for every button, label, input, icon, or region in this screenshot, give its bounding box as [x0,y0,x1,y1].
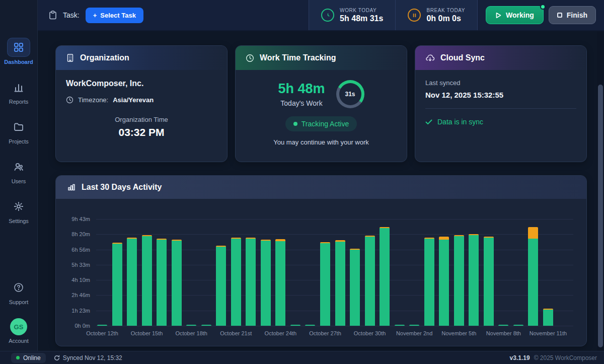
gear-icon [8,197,30,215]
chart-bar[interactable] [380,227,390,326]
bar-work-segment [335,242,345,326]
sidebar-item-dashboard[interactable]: Dashboard [2,38,35,65]
work-today-stat: WORK TODAY 5h 48m 31s [309,0,395,30]
chart-bar[interactable] [320,242,330,326]
tracking-note: You may continue with your work [246,138,397,146]
chart-bars [97,219,553,326]
chart-bar[interactable] [186,325,196,326]
sidebar-label: Projects [9,138,29,144]
y-axis-tick-label: 1h 23m [71,308,90,314]
cloud-sync-card: Cloud Sync Last synced Nov 12, 2025 15:3… [415,45,587,162]
chart-bar[interactable] [513,325,523,326]
tracking-card-body: 5h 48m Today's Work 31s Tracking Active … [236,70,407,155]
chart-bar[interactable] [127,238,137,326]
chart-bar[interactable] [528,227,538,326]
bar-work-segment [469,235,479,326]
chart-bar[interactable] [261,240,271,326]
chart-bar[interactable] [543,309,553,326]
cloud-sync-icon [425,54,435,62]
chart-body: 9h 43m8h 20m6h 56m5h 33m4h 10m2h 46m1h 2… [56,199,586,339]
status-dot [293,122,297,126]
building-icon [66,53,74,62]
sidebar-item-support[interactable]: Support [2,278,35,305]
chart-bar[interactable] [216,246,226,326]
chart-bar[interactable] [157,239,167,326]
bar-work-segment [275,241,285,326]
chart-bar[interactable] [142,235,152,326]
scrollbar-thumb[interactable] [598,85,603,347]
x-axis-tick-label: October 21st [220,330,252,336]
chart-bar[interactable] [305,325,315,326]
chart-bar[interactable] [246,238,256,326]
sidebar-item-users[interactable]: Users [2,158,35,184]
chart-bar[interactable] [290,325,300,326]
company-name: WorkComposer, Inc. [66,79,217,88]
x-axis-tick-label: October 30th [354,330,386,336]
daily-stats: WORK TODAY 5h 48m 31s BREAK TODAY 0h 0m … [309,0,478,30]
users-icon [8,158,30,176]
sidebar-item-reports[interactable]: Reports [2,78,35,105]
chart-bar[interactable] [469,234,479,326]
chart-bar[interactable] [484,237,494,326]
chart-bar[interactable] [201,325,211,326]
sidebar-item-projects[interactable]: Projects [2,118,35,144]
chart-bar[interactable] [112,243,122,326]
bar-work-segment [186,325,196,326]
chart-bar[interactable] [97,325,107,326]
last-synced-label: Last synced [425,79,576,87]
chart-bar[interactable] [335,240,345,326]
working-label: Working [506,11,534,19]
sidebar: Dashboard Reports Projects [0,0,38,351]
sidebar-item-settings[interactable]: Settings [2,197,35,224]
chart-bar[interactable] [395,325,405,326]
chart-bar[interactable] [275,239,285,326]
select-task-button[interactable]: + Select Task [86,8,143,23]
x-axis-tick-label: October 27th [309,330,341,336]
chart-bar[interactable] [454,235,464,326]
sidebar-label: Users [12,178,26,184]
chart-bar[interactable] [350,249,360,326]
chart-bar[interactable] [424,238,434,326]
finish-button[interactable]: Finish [549,6,596,24]
bar-work-segment [246,239,256,326]
chart-gridline [96,326,573,326]
cards-row: Organization WorkComposer, Inc. Timezone… [55,45,587,162]
bar-work-segment [395,325,405,326]
chart-bar[interactable] [231,238,241,326]
x-axis-tick-label: October 24th [265,330,297,336]
clock-icon [246,54,254,62]
org-time-label: Organization Time [66,116,217,123]
work-time-tracking-card: Work Time Tracking 5h 48m Today's Work 3… [235,45,407,162]
working-button[interactable]: Working [486,6,544,24]
bar-work-segment [172,241,182,326]
work-today-label: WORK TODAY [340,8,383,13]
folder-icon [8,118,30,136]
finish-label: Finish [567,11,587,19]
today-work-subtitle: Today's Work [278,99,325,107]
x-axis-tick-label: November 8th [486,330,521,336]
x-axis-tick-label: October 15th [131,330,163,336]
bar-work-segment [290,325,300,326]
chart-bar[interactable] [498,325,508,326]
chart-bar[interactable] [409,325,419,326]
chart-title: Last 30 Days Activity [82,183,162,192]
task-label: Task: [63,11,80,19]
bar-work-segment [305,325,315,326]
today-work-time: 5h 48m [278,81,325,97]
sync-status: Data is in sync [425,118,576,126]
app-version: v3.1.19 [510,354,530,361]
bar-work-segment [261,241,271,326]
bar-work-segment [498,325,508,326]
bar-work-segment [454,236,464,326]
sidebar-item-account[interactable]: GS Account [2,318,35,344]
chart-bar[interactable] [172,240,182,326]
chart-bar[interactable] [439,237,449,326]
organization-card: Organization WorkComposer, Inc. Timezone… [55,45,228,162]
tracking-status-label: Tracking Active [301,120,349,128]
chart-bar[interactable] [365,236,375,326]
work-clock-icon [321,9,334,22]
x-axis-tick-label: November 11th [530,330,567,336]
bar-work-segment [142,236,152,326]
sidebar-label: Dashboard [4,59,33,65]
sidebar-label: Reports [9,99,29,105]
